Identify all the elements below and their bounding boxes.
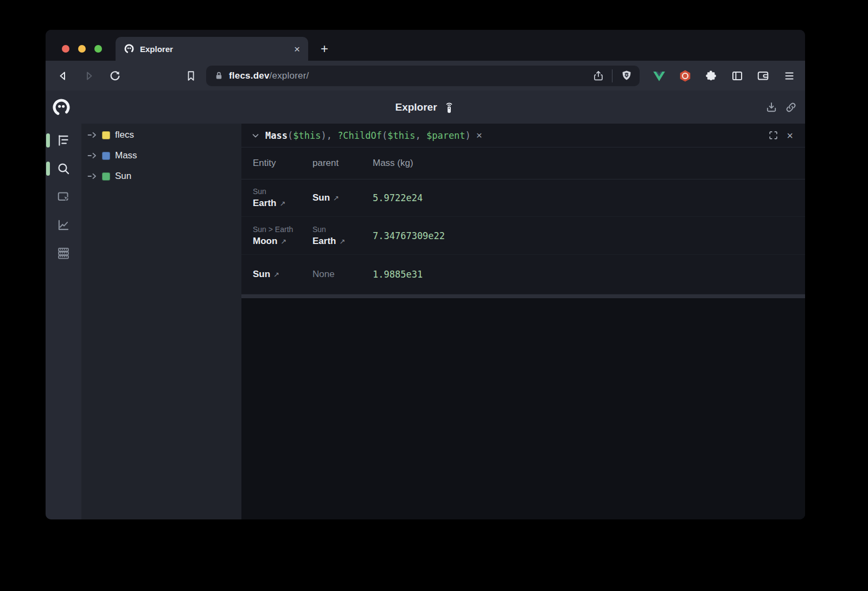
flecs-logo-icon xyxy=(51,97,72,118)
reload-button[interactable] xyxy=(107,68,123,83)
external-link-icon: ↗ xyxy=(280,235,286,248)
parent-link[interactable]: Sun↗ xyxy=(312,191,373,204)
active-indicator xyxy=(46,133,50,147)
app-header: Explorer xyxy=(46,91,805,124)
back-button[interactable] xyxy=(55,68,71,83)
entity-path: Sun > Earth xyxy=(253,224,312,235)
forward-button[interactable] xyxy=(81,68,97,83)
entity-link[interactable]: Moon↗ xyxy=(253,235,312,248)
entity-tree-panel: flecs Mass Sun xyxy=(81,124,241,519)
table-row[interactable]: Sun > Earth Moon↗ Sun Earth↗ 7.34767309e… xyxy=(241,217,805,255)
search-icon[interactable] xyxy=(56,161,71,176)
icon-sidebar xyxy=(46,124,81,519)
mass-value: 7.34767309e22 xyxy=(373,230,445,241)
browser-toolbar: flecs.dev/explorer/ xyxy=(46,61,805,91)
tree-item-label: Sun xyxy=(115,171,131,182)
entity-color-square xyxy=(102,172,110,181)
minimize-window-button[interactable] xyxy=(78,45,86,53)
tree-item-label: flecs xyxy=(115,130,134,140)
column-header-entity[interactable]: Entity xyxy=(241,158,312,169)
query-panel: Mass($this), ?ChildOf($this, $parent) × … xyxy=(241,124,805,298)
flecs-favicon-icon xyxy=(124,43,135,54)
tree-item-flecs[interactable]: flecs xyxy=(81,127,241,143)
clear-query-icon[interactable]: × xyxy=(476,130,482,140)
menu-icon[interactable] xyxy=(782,68,796,83)
extension-icons xyxy=(652,68,796,83)
active-indicator xyxy=(46,162,50,176)
tab-title: Explorer xyxy=(140,44,173,54)
tree-icon[interactable] xyxy=(56,133,71,148)
tree-item-sun[interactable]: Sun xyxy=(81,168,241,184)
horizontal-scrollbar[interactable] xyxy=(241,294,805,298)
fullscreen-icon[interactable] xyxy=(768,130,778,140)
wallet-icon[interactable] xyxy=(756,68,770,83)
query-header: Mass($this), ?ChildOf($this, $parent) × … xyxy=(241,124,805,147)
share-icon[interactable] xyxy=(592,70,604,82)
vue-devtools-icon[interactable] xyxy=(652,68,666,83)
maximize-window-button[interactable] xyxy=(94,45,102,53)
tab-bar: Explorer × + xyxy=(46,30,805,61)
main-content: Mass($this), ?ChildOf($this, $parent) × … xyxy=(241,124,805,519)
url-path: /explorer/ xyxy=(270,70,309,81)
brave-shield-icon[interactable] xyxy=(620,69,633,82)
column-header-parent[interactable]: parent xyxy=(312,158,373,169)
url-text: flecs.dev/explorer/ xyxy=(229,70,309,81)
inspector-icon[interactable] xyxy=(56,189,71,204)
parent-path: Sun xyxy=(312,224,373,235)
parent-none: None xyxy=(312,269,373,280)
address-bar[interactable]: flecs.dev/explorer/ xyxy=(206,66,640,86)
entity-path: Sun xyxy=(253,186,312,197)
browser-window: Explorer × + flec xyxy=(46,30,805,519)
tab-close-icon[interactable]: × xyxy=(294,44,300,54)
mass-value: 1.9885e31 xyxy=(373,269,423,280)
url-domain: flecs.dev xyxy=(229,70,270,81)
tree-item-label: Mass xyxy=(115,150,137,161)
connection-remote-icon xyxy=(443,100,456,114)
close-window-button[interactable] xyxy=(62,45,69,53)
external-link-icon: ↗ xyxy=(333,192,339,205)
entity-color-square xyxy=(102,131,110,139)
empty-canvas xyxy=(241,298,805,519)
toolbar-divider xyxy=(612,69,612,82)
external-link-icon: ↗ xyxy=(273,268,279,281)
entity-color-square xyxy=(102,152,110,160)
query-expression[interactable]: Mass($this), ?ChildOf($this, $parent) xyxy=(265,130,471,141)
extensions-puzzle-icon[interactable] xyxy=(704,68,718,83)
lock-icon xyxy=(214,70,224,81)
external-link-icon: ↗ xyxy=(339,235,345,248)
new-tab-button[interactable]: + xyxy=(317,41,332,56)
link-icon[interactable] xyxy=(784,101,797,114)
expand-arrow-icon[interactable] xyxy=(87,151,98,160)
entity-link[interactable]: Sun↗ xyxy=(253,268,312,281)
page-title: Explorer xyxy=(395,101,437,113)
tab-explorer[interactable]: Explorer × xyxy=(116,37,308,61)
stats-icon[interactable] xyxy=(56,217,71,233)
parent-link[interactable]: Earth↗ xyxy=(312,235,373,248)
chevron-down-icon[interactable] xyxy=(251,131,260,140)
bookmark-icon[interactable] xyxy=(183,68,199,83)
table-header-row: Entity parent Mass (kg) xyxy=(241,147,805,179)
entity-link[interactable]: Earth↗ xyxy=(253,197,312,210)
table-row[interactable]: Sun↗ None 1.9885e31 xyxy=(241,255,805,294)
mass-value: 5.9722e24 xyxy=(373,192,423,203)
external-link-icon: ↗ xyxy=(279,197,285,210)
window-controls xyxy=(46,45,102,61)
memory-icon[interactable] xyxy=(56,246,71,261)
expand-arrow-icon[interactable] xyxy=(87,131,98,139)
expand-arrow-icon[interactable] xyxy=(87,172,98,181)
sidebar-toggle-icon[interactable] xyxy=(730,68,744,83)
column-header-mass[interactable]: Mass (kg) xyxy=(373,158,805,169)
close-panel-icon[interactable]: × xyxy=(787,130,793,141)
table-row[interactable]: Sun Earth↗ Sun↗ 5.9722e24 xyxy=(241,179,805,217)
tree-item-mass[interactable]: Mass xyxy=(81,147,241,164)
download-icon[interactable] xyxy=(765,101,778,114)
hexagon-extension-icon[interactable] xyxy=(678,68,692,83)
